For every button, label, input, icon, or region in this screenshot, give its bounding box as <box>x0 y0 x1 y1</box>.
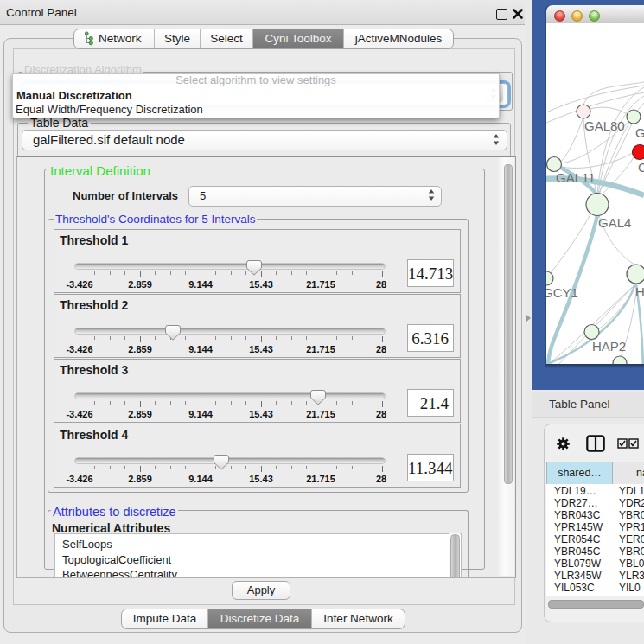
svg-text:GAL80: GAL80 <box>584 118 625 133</box>
svg-text:GAL11: GAL11 <box>556 170 596 185</box>
svg-text:HAP2: HAP2 <box>592 339 626 354</box>
svg-text:GCY1: GCY1 <box>546 285 578 300</box>
svg-text:H: H <box>635 284 644 299</box>
svg-text:GAL4: GAL4 <box>598 215 631 230</box>
svg-text:C: C <box>638 160 644 175</box>
svg-text:GA: GA <box>635 125 644 140</box>
